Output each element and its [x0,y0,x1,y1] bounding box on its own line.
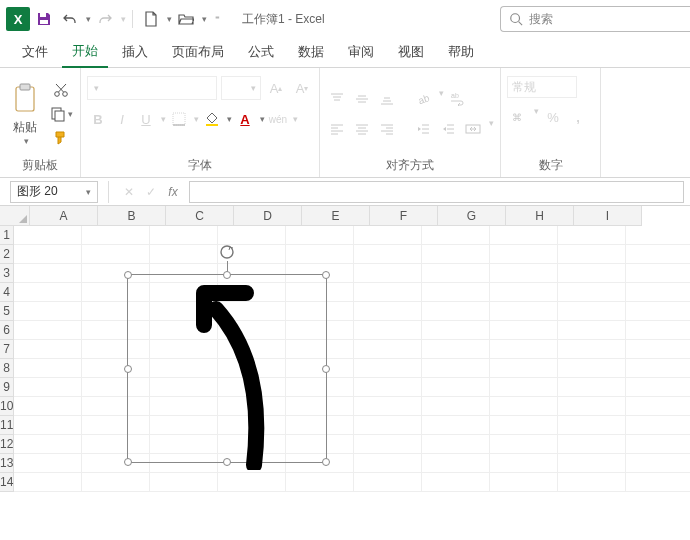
undo-button[interactable] [58,7,82,31]
cell[interactable] [490,416,558,435]
orientation-button[interactable]: ab [412,88,434,110]
cell[interactable] [626,378,690,397]
cell[interactable] [558,359,626,378]
cell[interactable] [490,397,558,416]
font-size-combo[interactable]: ▾ [221,76,261,100]
col-F[interactable]: F [370,206,438,226]
cells-area[interactable]: /* generated below via JS for brevity wo… [14,226,690,492]
rotate-handle[interactable] [218,243,236,261]
cell[interactable] [422,435,490,454]
cell[interactable] [558,473,626,492]
cell[interactable] [558,397,626,416]
cell[interactable] [14,454,82,473]
cell[interactable] [14,283,82,302]
align-bottom-button[interactable] [376,88,398,110]
undo-dropdown[interactable]: ▾ [86,14,91,24]
cell[interactable] [82,245,150,264]
cell[interactable] [354,283,422,302]
shape-selection[interactable] [127,274,327,463]
row-11[interactable]: 11 [0,416,14,435]
cell[interactable] [354,397,422,416]
cell[interactable] [558,283,626,302]
cell[interactable] [558,302,626,321]
tab-data[interactable]: 数据 [288,37,334,67]
cell[interactable] [626,264,690,283]
phonetic-button[interactable]: wén [267,108,289,130]
cell[interactable] [558,321,626,340]
cell[interactable] [14,359,82,378]
row-3[interactable]: 3 [0,264,14,283]
cell[interactable] [626,340,690,359]
cell[interactable] [558,378,626,397]
number-format-combo[interactable]: 常规 [507,76,577,98]
paste-button[interactable]: 粘贴 ▾ [6,78,44,150]
decrease-indent-button[interactable] [412,118,434,140]
row-4[interactable]: 4 [0,283,14,302]
tab-layout[interactable]: 页面布局 [162,37,234,67]
font-color-button[interactable]: A [234,108,256,130]
cell[interactable] [14,473,82,492]
cell[interactable] [422,302,490,321]
col-G[interactable]: G [438,206,506,226]
format-painter-button[interactable] [48,127,74,149]
cell[interactable] [626,245,690,264]
handle-n[interactable] [223,271,231,279]
cell[interactable] [626,435,690,454]
merge-button[interactable] [462,118,484,140]
row-7[interactable]: 7 [0,340,14,359]
insert-function-button[interactable]: fx [163,182,183,202]
cell[interactable] [422,264,490,283]
cell[interactable] [490,283,558,302]
cell[interactable] [354,416,422,435]
cell[interactable] [626,359,690,378]
cell[interactable] [150,473,218,492]
tab-view[interactable]: 视图 [388,37,434,67]
handle-w[interactable] [124,365,132,373]
cell[interactable] [422,283,490,302]
cell[interactable] [558,416,626,435]
cell[interactable] [422,397,490,416]
col-C[interactable]: C [166,206,234,226]
cell[interactable] [14,245,82,264]
cell[interactable] [626,302,690,321]
bold-button[interactable]: B [87,108,109,130]
cell[interactable] [490,340,558,359]
cell[interactable] [286,473,354,492]
accounting-format-button[interactable]: ⌘ [507,106,529,128]
cell[interactable] [422,340,490,359]
cell[interactable] [558,454,626,473]
cell[interactable] [422,245,490,264]
select-all-corner[interactable] [0,206,30,226]
cell[interactable] [422,378,490,397]
tab-formulas[interactable]: 公式 [238,37,284,67]
align-left-button[interactable] [326,118,348,140]
col-I[interactable]: I [574,206,642,226]
tab-file[interactable]: 文件 [12,37,58,67]
cell[interactable] [490,473,558,492]
cell[interactable] [626,321,690,340]
save-button[interactable] [32,7,56,31]
col-H[interactable]: H [506,206,574,226]
cell[interactable] [354,245,422,264]
handle-nw[interactable] [124,271,132,279]
redo-dropdown[interactable]: ▾ [121,14,126,24]
cell[interactable] [150,245,218,264]
cell[interactable] [354,359,422,378]
row-8[interactable]: 8 [0,359,14,378]
row-2[interactable]: 2 [0,245,14,264]
font-name-combo[interactable]: ▾ [87,76,217,100]
cell[interactable] [14,321,82,340]
cell[interactable] [14,397,82,416]
cell[interactable] [354,340,422,359]
cell[interactable] [422,321,490,340]
col-B[interactable]: B [98,206,166,226]
cell[interactable] [14,226,82,245]
cell[interactable] [14,340,82,359]
cell[interactable] [626,416,690,435]
cell[interactable] [14,416,82,435]
qat-customize[interactable]: ⁼ [215,14,220,24]
copy-button[interactable]: ▾ [48,103,74,125]
cell[interactable] [626,226,690,245]
cell[interactable] [558,264,626,283]
cell[interactable] [422,416,490,435]
